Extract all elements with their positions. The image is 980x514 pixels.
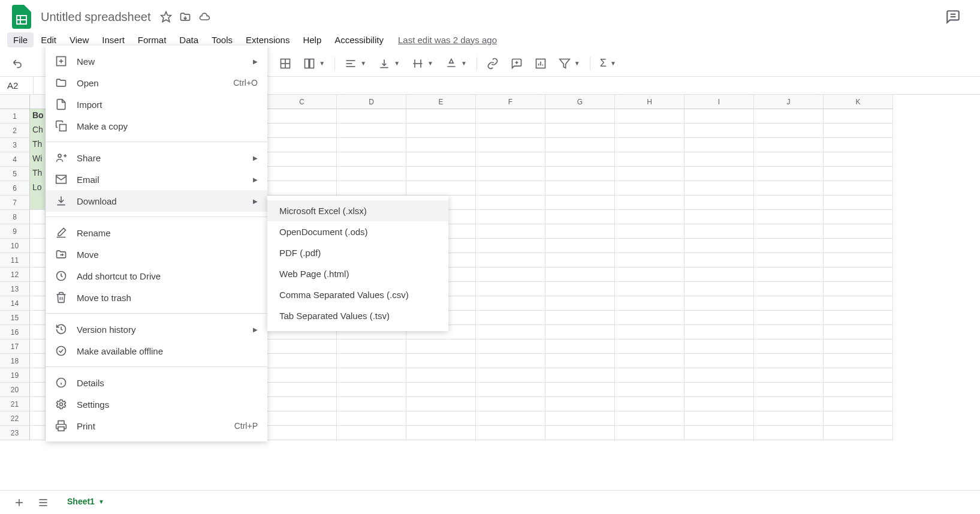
document-title[interactable]: Untitled spreadsheet	[41, 10, 150, 24]
cell[interactable]	[406, 124, 476, 138]
cell[interactable]	[545, 311, 615, 325]
cell[interactable]	[685, 296, 754, 311]
cell[interactable]	[615, 339, 685, 354]
cell[interactable]	[615, 282, 685, 296]
move-icon[interactable]	[179, 11, 191, 23]
menubar-item-extensions[interactable]: Extensions	[240, 32, 295, 47]
cell[interactable]	[476, 167, 545, 181]
cell[interactable]	[754, 426, 824, 440]
cell[interactable]	[824, 253, 893, 267]
column-header[interactable]: C	[267, 95, 337, 109]
cell[interactable]	[754, 253, 824, 267]
cell[interactable]	[615, 138, 685, 152]
row-header[interactable]: 19	[0, 368, 30, 383]
cell[interactable]	[615, 109, 685, 124]
row-header[interactable]: 16	[0, 325, 30, 339]
cell[interactable]	[406, 383, 476, 397]
cell[interactable]	[476, 325, 545, 339]
cell[interactable]	[267, 397, 337, 411]
cell[interactable]	[754, 411, 824, 426]
cell[interactable]	[615, 181, 685, 196]
cell[interactable]	[824, 296, 893, 311]
cell[interactable]	[824, 354, 893, 368]
cell[interactable]	[476, 196, 545, 210]
cell[interactable]	[615, 239, 685, 253]
cell[interactable]	[685, 267, 754, 282]
cell[interactable]	[545, 397, 615, 411]
cell[interactable]	[754, 354, 824, 368]
cell[interactable]	[824, 181, 893, 196]
cell[interactable]	[685, 282, 754, 296]
cell[interactable]	[406, 426, 476, 440]
column-header[interactable]: I	[685, 95, 754, 109]
cell[interactable]	[824, 210, 893, 224]
cell[interactable]	[754, 311, 824, 325]
menu-item-share[interactable]: Share▶	[46, 147, 267, 169]
add-sheet-button[interactable]	[10, 493, 29, 512]
cell[interactable]	[545, 282, 615, 296]
cell[interactable]	[685, 138, 754, 152]
row-header[interactable]: 8	[0, 210, 30, 224]
cell[interactable]	[337, 383, 406, 397]
cell[interactable]	[476, 267, 545, 282]
cell[interactable]	[545, 124, 615, 138]
cell[interactable]	[30, 411, 46, 426]
cell[interactable]	[685, 167, 754, 181]
cell[interactable]	[615, 411, 685, 426]
cell[interactable]	[615, 397, 685, 411]
cell[interactable]	[685, 152, 754, 167]
cell[interactable]	[476, 224, 545, 239]
cell[interactable]	[406, 368, 476, 383]
cell[interactable]	[754, 167, 824, 181]
submenu-item[interactable]: Tab Separated Values (.tsv)	[267, 305, 448, 326]
menubar-item-insert[interactable]: Insert	[96, 32, 131, 47]
cell[interactable]	[476, 383, 545, 397]
menubar-item-file[interactable]: File	[7, 32, 34, 47]
select-all-corner[interactable]	[0, 95, 30, 109]
row-header[interactable]: 17	[0, 339, 30, 354]
cell[interactable]	[754, 267, 824, 282]
cell[interactable]	[30, 210, 46, 224]
cell[interactable]	[685, 181, 754, 196]
cell[interactable]	[754, 224, 824, 239]
menubar-item-data[interactable]: Data	[173, 32, 204, 47]
cell[interactable]	[30, 339, 46, 354]
cell[interactable]	[30, 311, 46, 325]
column-header[interactable]: E	[406, 95, 476, 109]
menu-item-print[interactable]: PrintCtrl+P	[46, 415, 267, 437]
cell[interactable]	[476, 239, 545, 253]
row-header[interactable]: 14	[0, 296, 30, 311]
cell[interactable]	[406, 339, 476, 354]
cell[interactable]	[545, 167, 615, 181]
sheets-logo-icon[interactable]	[10, 5, 34, 29]
cell[interactable]	[337, 167, 406, 181]
menu-item-details[interactable]: Details	[46, 372, 267, 393]
menu-item-move-to-trash[interactable]: Move to trash	[46, 287, 267, 308]
cell[interactable]	[406, 354, 476, 368]
cell[interactable]	[545, 181, 615, 196]
cell[interactable]	[337, 152, 406, 167]
cell[interactable]	[30, 325, 46, 339]
cell[interactable]	[476, 311, 545, 325]
cell[interactable]	[30, 368, 46, 383]
merge-cells-button[interactable]: ▼	[298, 54, 330, 73]
cell[interactable]	[30, 426, 46, 440]
menubar-item-format[interactable]: Format	[132, 32, 173, 47]
cell[interactable]	[685, 383, 754, 397]
cell[interactable]	[545, 354, 615, 368]
cell[interactable]	[824, 426, 893, 440]
cell[interactable]	[615, 426, 685, 440]
column-header[interactable]: J	[754, 95, 824, 109]
comments-icon[interactable]	[945, 9, 961, 25]
insert-chart-button[interactable]	[530, 54, 551, 73]
cell[interactable]	[615, 196, 685, 210]
cell[interactable]	[824, 167, 893, 181]
cell[interactable]	[824, 239, 893, 253]
menu-item-import[interactable]: Import	[46, 94, 267, 115]
cell[interactable]	[824, 311, 893, 325]
cell[interactable]	[476, 124, 545, 138]
cell[interactable]	[406, 167, 476, 181]
column-header[interactable]: K	[824, 95, 893, 109]
cell[interactable]	[685, 224, 754, 239]
cell[interactable]	[267, 354, 337, 368]
